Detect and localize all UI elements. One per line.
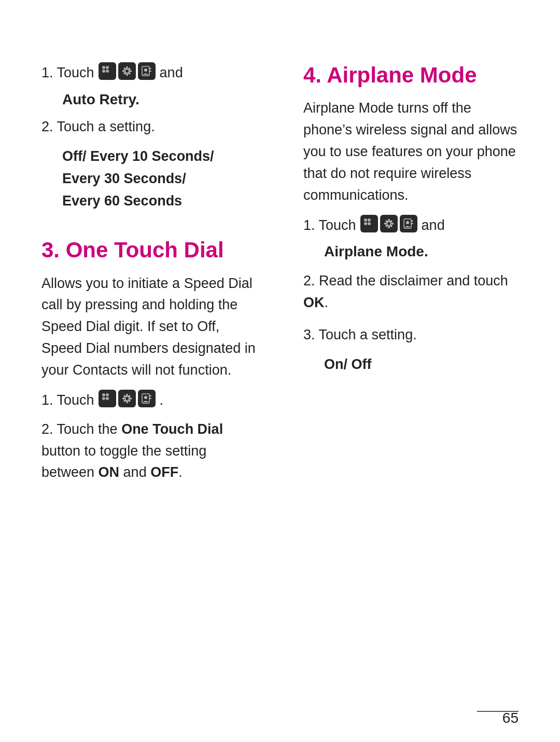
contacts-icon-3	[400, 215, 417, 232]
svg-point-28	[123, 400, 125, 402]
svg-point-22	[126, 394, 128, 396]
auto-retry-label: Auto Retry.	[62, 91, 139, 107]
option-line-3: Every 60 Seconds	[62, 190, 257, 212]
svg-rect-32	[149, 395, 151, 396]
svg-point-26	[123, 395, 125, 397]
on-label: ON	[99, 464, 120, 480]
svg-point-10	[128, 73, 130, 75]
step-2-touch-setting: 2. Touch a setting.	[41, 116, 257, 138]
on-off-option: On/ Off	[324, 353, 519, 376]
section4-step1: 1. Touch	[303, 215, 519, 237]
ok-label: OK	[303, 295, 325, 310]
svg-point-46	[390, 220, 392, 222]
section3-step2-between: between	[41, 464, 99, 480]
section-one-touch-dial: 3. One Touch Dial Allows you to initiate…	[41, 237, 257, 484]
section3-step2: 2. Touch the One Touch Dial button to to…	[41, 419, 257, 484]
svg-point-12	[128, 68, 130, 70]
section4-step1-prefix: 1. Touch	[303, 215, 356, 237]
section4-step2: 2. Read the disclaimer and touch OK.	[303, 270, 519, 314]
settings-icon-3	[380, 215, 398, 232]
svg-point-25	[130, 397, 132, 400]
section3-step1-suffix: .	[160, 390, 164, 411]
svg-point-3	[106, 70, 109, 73]
right-column: 4. Airplane Mode Airplane Mode turns off…	[298, 62, 519, 491]
section-3-description: Allows you to initiate a Speed Dial call…	[41, 273, 257, 381]
svg-point-34	[364, 218, 367, 222]
svg-point-45	[385, 225, 387, 227]
left-column: 1. Touch	[41, 62, 267, 491]
airplane-mode-label: Airplane Mode.	[324, 243, 428, 259]
auto-retry-options: Off/ Every 10 Seconds/ Every 30 Seconds/…	[62, 145, 257, 213]
icons-inline-1	[99, 62, 156, 80]
svg-point-9	[123, 68, 125, 70]
svg-point-43	[385, 220, 387, 222]
svg-point-27	[128, 400, 130, 402]
svg-point-41	[384, 223, 386, 225]
svg-point-19	[102, 397, 105, 400]
auto-retry-steps: 1. Touch	[41, 62, 257, 212]
svg-point-0	[102, 66, 105, 69]
svg-rect-16	[149, 71, 151, 72]
section-airplane-mode: 4. Airplane Mode Airplane Mode turns off…	[303, 62, 519, 376]
svg-point-42	[391, 223, 394, 225]
section3-step1: 1. Touch	[41, 390, 257, 411]
one-touch-dial-label: One Touch Dial	[121, 421, 223, 437]
svg-point-44	[390, 225, 392, 227]
svg-point-5	[126, 66, 128, 68]
svg-point-37	[368, 222, 371, 225]
svg-point-29	[128, 395, 130, 397]
svg-rect-33	[149, 398, 151, 399]
off-label: OFF	[150, 464, 178, 480]
section-4-description: Airplane Mode turns off the phone’s wire…	[303, 98, 519, 206]
svg-point-24	[122, 397, 124, 400]
menu-icon-2	[99, 390, 116, 407]
step-1-auto-retry: 1. Touch	[41, 62, 257, 84]
section4-step3-text: 3. Touch a setting.	[303, 324, 417, 346]
svg-point-31	[144, 396, 147, 399]
svg-rect-15	[149, 68, 151, 69]
svg-point-21	[125, 396, 129, 401]
svg-point-6	[126, 74, 128, 76]
menu-icon	[99, 62, 116, 80]
option-line-1: Off/ Every 10 Seconds/	[62, 145, 257, 168]
section4-step3: 3. Touch a setting.	[303, 324, 519, 346]
step-number-1: 1. Touch	[41, 62, 94, 84]
svg-rect-49	[411, 221, 413, 222]
svg-point-36	[364, 222, 367, 225]
section3-step2-end: .	[178, 464, 183, 480]
svg-point-8	[130, 70, 132, 72]
section3-step2-and: and	[119, 464, 150, 480]
icons-inline-2	[99, 390, 156, 407]
section3-step2-suffix: button to toggle the setting	[41, 443, 206, 459]
svg-point-2	[102, 70, 105, 73]
svg-point-23	[126, 401, 128, 403]
section3-step1-prefix: 1. Touch	[41, 390, 94, 411]
svg-point-4	[125, 69, 129, 73]
airplane-mode-options: On/ Off	[324, 353, 519, 376]
page-container: 1. Touch	[0, 0, 560, 742]
settings-icon	[118, 62, 136, 80]
svg-point-18	[106, 393, 109, 396]
svg-point-11	[123, 73, 125, 75]
contacts-icon-2	[138, 390, 156, 407]
svg-point-40	[388, 226, 390, 228]
svg-point-1	[106, 66, 109, 69]
svg-point-39	[388, 219, 390, 221]
svg-rect-50	[411, 223, 413, 224]
section3-step2-prefix: 2. Touch the	[41, 421, 121, 437]
icons-inline-3	[360, 215, 417, 232]
menu-icon-3	[360, 215, 378, 232]
svg-point-35	[368, 218, 371, 222]
section-3-heading: 3. One Touch Dial	[41, 237, 257, 263]
svg-point-14	[144, 68, 147, 72]
svg-point-17	[102, 393, 105, 396]
section-4-heading: 4. Airplane Mode	[303, 62, 519, 88]
step-1-and-text: and	[160, 62, 183, 84]
svg-point-48	[406, 221, 409, 224]
settings-icon-2	[118, 390, 136, 407]
two-column-layout: 1. Touch	[41, 62, 519, 491]
svg-point-7	[122, 70, 124, 72]
section4-step2-end: .	[325, 295, 329, 310]
step-2-text: 2. Touch a setting.	[41, 116, 155, 138]
svg-point-38	[387, 222, 391, 226]
